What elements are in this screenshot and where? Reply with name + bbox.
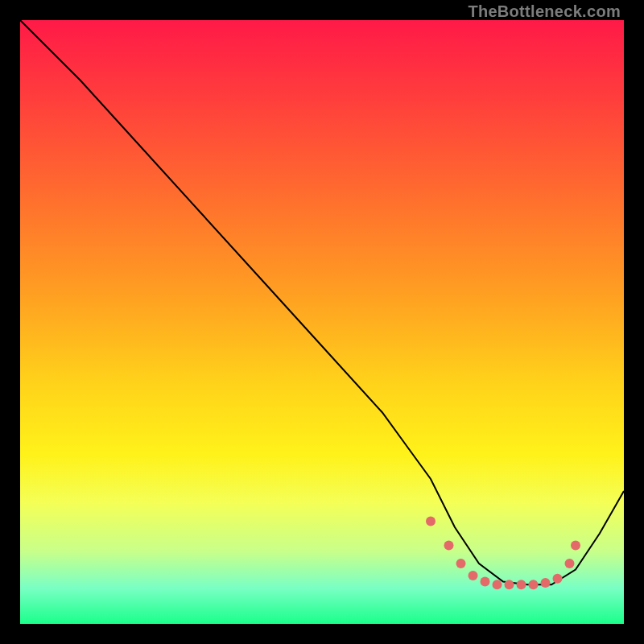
watermark-label: TheBottleneck.com — [468, 2, 621, 21]
chart-frame: TheBottleneck.com — [20, 20, 624, 624]
curve-dot — [444, 541, 454, 551]
curve-dot — [517, 580, 526, 589]
bottleneck-curve — [20, 20, 624, 584]
curve-dot — [565, 559, 575, 568]
curve-svg — [20, 20, 624, 624]
curve-dot — [493, 580, 502, 589]
curve-dots-group — [426, 517, 580, 590]
curve-dot — [571, 541, 580, 551]
curve-dot — [541, 578, 551, 588]
curve-dot — [553, 574, 563, 584]
curve-dot — [456, 559, 466, 568]
curve-dot — [481, 577, 490, 587]
curve-dot — [505, 580, 514, 589]
curve-dot — [469, 571, 478, 580]
curve-dot — [426, 517, 436, 526]
curve-dot — [529, 580, 539, 589]
